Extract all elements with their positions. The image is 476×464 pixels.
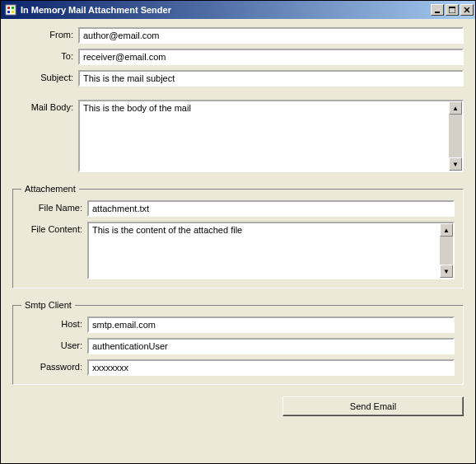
svg-rect-7 — [449, 7, 455, 8]
scroll-up-icon[interactable]: ▲ — [449, 101, 462, 115]
svg-rect-5 — [435, 12, 440, 13]
svg-rect-0 — [6, 5, 16, 15]
window-title: In Memory Mail Attachment Sender — [21, 5, 431, 15]
titlebar: In Memory Mail Attachment Sender — [1, 1, 475, 19]
filename-label: File Name: — [21, 200, 87, 213]
client-area: From: To: Subject: Mail Body: ▲ ▼ Attach… — [1, 19, 475, 463]
smtp-group: Smtp Client Host: User: Password: — [12, 300, 464, 385]
from-input[interactable] — [78, 27, 464, 44]
app-icon — [4, 3, 17, 16]
filecontent-wrap: ▲ ▼ — [87, 222, 455, 279]
filename-input[interactable] — [87, 200, 455, 217]
filecontent-label: File Content: — [21, 222, 87, 234]
scroll-down-icon[interactable]: ▼ — [449, 157, 462, 171]
from-label: From: — [12, 27, 78, 40]
host-label: Host: — [21, 316, 87, 329]
mail-body-input[interactable] — [80, 101, 449, 171]
user-input[interactable] — [87, 338, 455, 354]
mail-body-wrap: ▲ ▼ — [78, 100, 464, 172]
button-row: Send Email — [12, 396, 464, 416]
close-button[interactable] — [460, 4, 474, 16]
password-input[interactable] — [87, 359, 455, 376]
mail-body-scrollbar[interactable]: ▲ ▼ — [449, 101, 462, 171]
to-label: To: — [12, 49, 78, 61]
mail-body-label: Mail Body: — [12, 100, 78, 112]
to-input[interactable] — [78, 49, 464, 65]
scroll-up-icon[interactable]: ▲ — [440, 223, 453, 237]
svg-rect-2 — [12, 7, 14, 9]
subject-input[interactable] — [78, 70, 464, 87]
filecontent-scrollbar[interactable]: ▲ ▼ — [440, 223, 453, 278]
scroll-down-icon[interactable]: ▼ — [440, 265, 453, 278]
subject-label: Subject: — [12, 70, 78, 82]
app-window: In Memory Mail Attachment Sender From: T… — [0, 0, 476, 464]
maximize-button[interactable] — [446, 4, 459, 16]
attachment-legend: Attachement — [21, 184, 79, 194]
smtp-legend: Smtp Client — [21, 300, 75, 310]
send-email-button[interactable]: Send Email — [282, 396, 464, 416]
user-label: User: — [21, 338, 87, 350]
password-label: Password: — [21, 359, 87, 372]
host-input[interactable] — [87, 316, 455, 333]
svg-rect-3 — [7, 11, 10, 13]
svg-rect-1 — [7, 7, 10, 9]
filecontent-input[interactable] — [89, 223, 440, 278]
attachment-group: Attachement File Name: File Content: ▲ ▼ — [12, 184, 464, 288]
svg-rect-4 — [12, 11, 14, 13]
minimize-button[interactable] — [431, 4, 444, 16]
window-controls — [431, 4, 474, 16]
